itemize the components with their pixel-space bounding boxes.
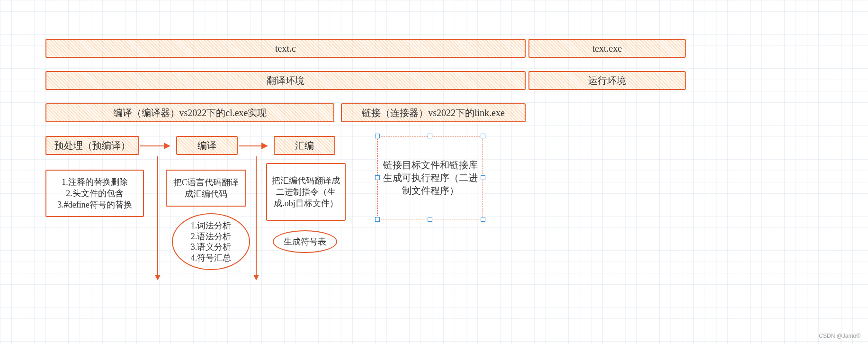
ellipse-asm-symtable: 生成符号表 (273, 230, 337, 253)
label-source-file: text.c (275, 43, 296, 54)
arrow-compile-to-asm (239, 145, 267, 146)
label-stage-asm: 汇编 (295, 139, 314, 152)
box-run-env: 运行环境 (528, 71, 686, 90)
ellipse-compile-analysis: 1.词法分析 2.语法分析 3.语义分析 4.符号汇总 (172, 213, 250, 270)
label-linker-tool: 链接（连接器）vs2022下的link.exe (362, 107, 505, 119)
label-run-env: 运行环境 (588, 74, 626, 87)
box-linker-tool: 链接（连接器）vs2022下的link.exe (341, 103, 526, 122)
label-exe-file: text.exe (592, 43, 622, 54)
label-asm-symtable: 生成符号表 (284, 236, 326, 247)
arrow-down-compile (256, 156, 257, 280)
box-preproc-details: 1.注释的替换删除 2.头文件的包含 3.#define符号的替换 (45, 170, 144, 217)
label-preproc-details: 1.注释的替换删除 2.头文件的包含 3.#define符号的替换 (57, 176, 132, 211)
box-translate-env: 翻译环境 (45, 71, 526, 90)
box-stage-compile: 编译 (176, 136, 238, 155)
watermark-text: CSDN @Jamo® (819, 333, 860, 339)
box-stage-preproc: 预处理（预编译） (45, 136, 139, 155)
box-link-details[interactable]: 链接目标文件和链接库生成可执行程序（二进制文件程序） (377, 136, 483, 219)
label-translate-env: 翻译环境 (267, 74, 304, 87)
label-link-details: 链接目标文件和链接库生成可执行程序（二进制文件程序） (382, 159, 479, 197)
label-asm-details: 把汇编代码翻译成二进制指令（生成.obj目标文件） (271, 175, 341, 209)
box-compile-details: 把C语言代码翻译成汇编代码 (166, 170, 246, 207)
arrow-down-preproc (157, 156, 158, 280)
label-compiler-tool: 编译（编译器）vs2022下的cl.exe实现 (113, 107, 267, 119)
label-compile-details: 把C语言代码翻译成汇编代码 (170, 177, 242, 200)
box-stage-asm: 汇编 (274, 136, 335, 155)
label-compile-analysis: 1.词法分析 2.语法分析 3.语义分析 4.符号汇总 (191, 220, 232, 263)
arrow-preproc-to-compile (140, 145, 170, 146)
box-asm-details: 把汇编代码翻译成二进制指令（生成.obj目标文件） (266, 163, 346, 221)
label-stage-preproc: 预处理（预编译） (54, 139, 130, 152)
box-source-file: text.c (45, 39, 526, 58)
box-compiler-tool: 编译（编译器）vs2022下的cl.exe实现 (45, 103, 334, 122)
label-stage-compile: 编译 (197, 139, 216, 152)
box-exe-file: text.exe (528, 39, 686, 58)
watermark: CSDN @Jamo® (819, 333, 860, 339)
